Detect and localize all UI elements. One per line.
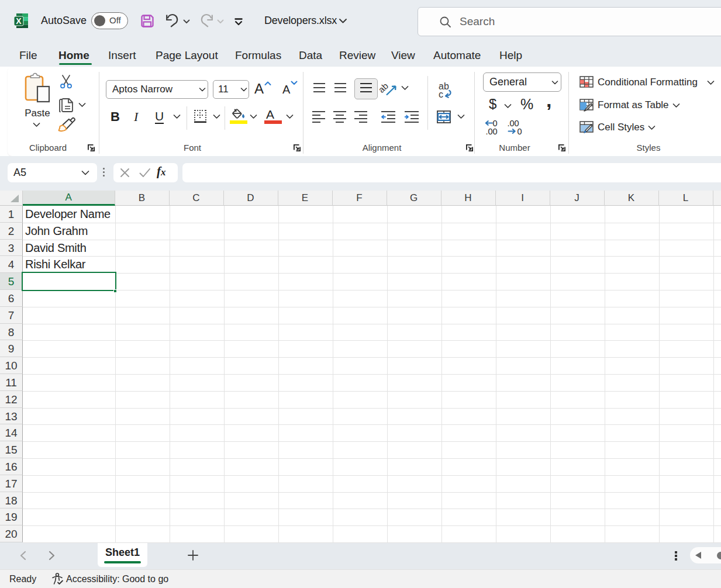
svg-text:X: X [16,16,22,26]
svg-text:0: 0 [518,127,522,136]
svg-text:c: c [439,89,443,98]
svg-text:.00: .00 [486,127,498,136]
